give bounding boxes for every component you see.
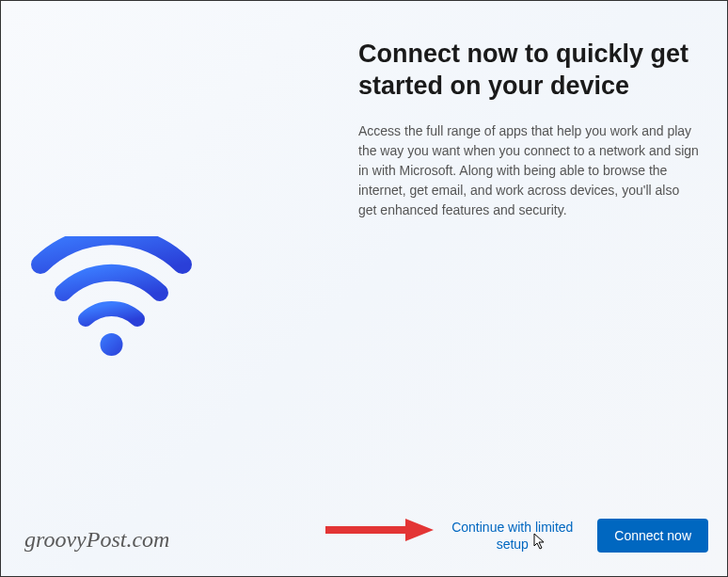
- setup-dialog: Connect now to quickly get started on yo…: [1, 1, 727, 576]
- page-title: Connect now to quickly get started on yo…: [358, 39, 699, 103]
- wifi-icon: [29, 236, 194, 359]
- svg-marker-2: [405, 519, 434, 541]
- page-description: Access the full range of apps that help …: [358, 121, 699, 220]
- connect-now-button[interactable]: Connect now: [597, 519, 708, 553]
- content-pane: Connect now to quickly get started on yo…: [349, 1, 727, 576]
- svg-point-0: [101, 333, 123, 356]
- watermark-text: groovyPost.com: [24, 527, 169, 553]
- annotation-arrow-icon: [321, 516, 434, 544]
- illustration-pane: [1, 1, 349, 576]
- cursor-icon: [533, 533, 546, 550]
- continue-limited-setup-link[interactable]: Continue with limited setup: [444, 519, 580, 553]
- footer-actions: Continue with limited setup Connect now: [444, 519, 708, 553]
